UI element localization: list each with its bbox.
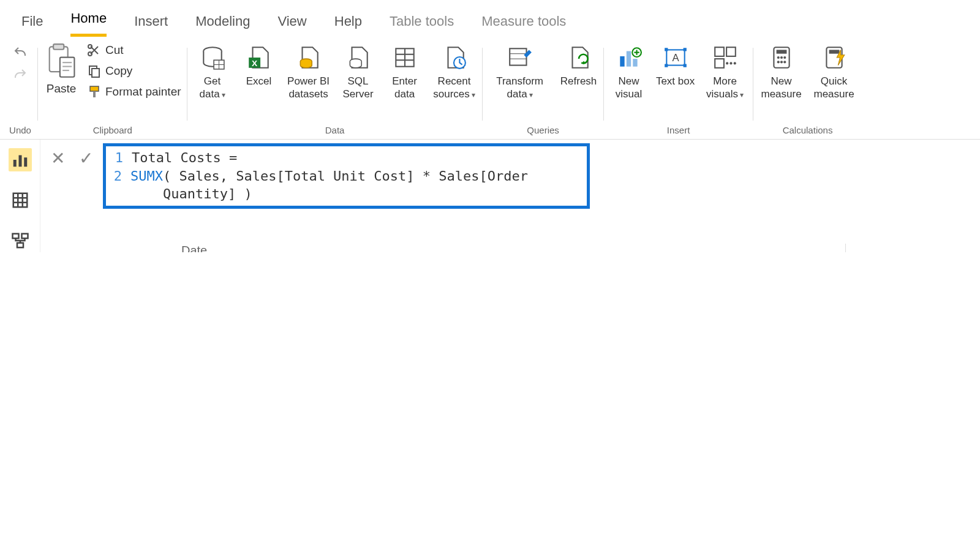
new-measure-button[interactable]: New measure xyxy=(757,42,806,103)
svg-point-46 xyxy=(777,56,779,59)
paste-icon xyxy=(45,43,77,80)
menu-home[interactable]: Home xyxy=(70,10,107,37)
svg-rect-45 xyxy=(776,50,786,53)
ribbon-group-undo: Undo xyxy=(2,42,38,139)
undo-button[interactable] xyxy=(13,42,28,64)
svg-rect-40 xyxy=(715,59,724,68)
svg-rect-64 xyxy=(17,243,23,248)
table-header-name[interactable]: Customer Names xyxy=(684,244,846,252)
format-painter-label: Format painter xyxy=(105,85,181,99)
model-view-button[interactable] xyxy=(9,229,32,252)
get-data-label: Get data xyxy=(200,75,221,100)
formula-bar: ✕ ✓ 1Total Costs = 2SUMX( Sales, Sales[T… xyxy=(47,143,974,209)
svg-rect-36 xyxy=(683,64,686,67)
enter-data-icon xyxy=(391,44,418,71)
paintbrush-icon xyxy=(87,84,102,99)
cut-button[interactable]: Cut xyxy=(85,42,184,59)
svg-rect-11 xyxy=(93,91,96,97)
enter-data-label: Enter data xyxy=(385,75,425,101)
slicer-title: Date xyxy=(181,244,469,252)
more-visuals-button[interactable]: More visuals▾ xyxy=(701,42,750,103)
ribbon-group-insert: New visual A Text box More visuals▾ Inse… xyxy=(604,42,753,139)
formula-editor[interactable]: 1Total Costs = 2SUMX( Sales, Sales[Total… xyxy=(103,143,590,209)
x-icon: ✕ xyxy=(51,149,65,168)
line-number: 2 xyxy=(110,167,122,203)
formula-keyword: SUMX xyxy=(130,167,163,203)
svg-rect-54 xyxy=(13,160,16,167)
paste-button[interactable]: Paste xyxy=(42,42,81,97)
undo-icon xyxy=(13,45,28,60)
ribbon-group-clipboard: Paste Cut Copy Format painter Clipboard xyxy=(38,42,187,139)
svg-point-42 xyxy=(726,62,728,64)
svg-point-47 xyxy=(780,56,782,59)
svg-point-49 xyxy=(777,61,779,63)
quick-measure-button[interactable]: Quick measure xyxy=(810,42,859,103)
menu-file[interactable]: File xyxy=(21,13,43,37)
svg-point-51 xyxy=(783,61,786,63)
svg-rect-63 xyxy=(21,234,28,239)
svg-point-41 xyxy=(729,62,732,64)
scissors-icon xyxy=(87,43,102,58)
database-icon xyxy=(199,44,226,71)
excel-label: Excel xyxy=(246,75,272,88)
svg-rect-10 xyxy=(90,86,99,91)
date-slicer[interactable]: Date 04/12/2017 23/04/2019 xyxy=(181,244,469,252)
recent-sources-button[interactable]: Recent sources▾ xyxy=(430,42,479,103)
formula-cancel-button[interactable]: ✕ xyxy=(47,143,69,209)
get-data-button[interactable]: Get data▾ xyxy=(191,42,234,103)
text-box-button[interactable]: A Text box xyxy=(654,42,697,90)
new-visual-button[interactable]: New visual xyxy=(608,42,650,103)
sql-server-button[interactable]: SQL Server xyxy=(337,42,380,103)
svg-rect-29 xyxy=(626,51,630,67)
svg-rect-56 xyxy=(24,157,27,167)
transform-data-label: Transform data xyxy=(496,75,543,100)
svg-rect-34 xyxy=(683,48,686,51)
recent-sources-label: Recent sources xyxy=(433,75,470,100)
textbox-icon: A xyxy=(662,44,689,71)
svg-rect-39 xyxy=(726,47,736,56)
ribbon-label-calc: Calculations xyxy=(783,122,833,139)
line-number: 1 xyxy=(110,149,123,167)
svg-rect-30 xyxy=(633,59,637,67)
sql-icon xyxy=(345,44,372,71)
data-view-button[interactable] xyxy=(9,189,32,212)
customer-revenue-table[interactable]: Customer Names Total Revenue Aaron Bradl… xyxy=(684,244,962,252)
format-painter-button[interactable]: Format painter xyxy=(85,83,184,100)
copy-button[interactable]: Copy xyxy=(85,62,184,80)
svg-text:A: A xyxy=(672,52,679,64)
formula-commit-button[interactable]: ✓ xyxy=(75,143,97,209)
menubar: File Home Insert Modeling View Help Tabl… xyxy=(0,0,980,37)
sql-server-label: SQL Server xyxy=(338,75,379,101)
chevron-down-icon: ▾ xyxy=(529,91,533,99)
ribbon-label-data: Data xyxy=(325,122,345,139)
model-view-icon xyxy=(11,231,29,250)
refresh-button[interactable]: Refresh xyxy=(557,42,600,90)
copy-label: Copy xyxy=(105,64,132,78)
svg-rect-25 xyxy=(510,48,526,65)
paste-label: Paste xyxy=(47,82,77,96)
svg-rect-33 xyxy=(665,48,668,51)
excel-button[interactable]: X Excel xyxy=(238,42,281,90)
menu-view[interactable]: View xyxy=(277,13,306,37)
table-header: Customer Names Total Revenue xyxy=(684,244,962,252)
chevron-down-icon: ▾ xyxy=(740,91,744,99)
menu-help[interactable]: Help xyxy=(334,13,362,37)
redo-icon xyxy=(13,67,28,82)
menu-insert[interactable]: Insert xyxy=(134,13,168,37)
enter-data-button[interactable]: Enter data xyxy=(383,42,426,103)
text-box-label: Text box xyxy=(656,75,695,88)
transform-data-button[interactable]: Transform data▾ xyxy=(486,42,554,103)
table-header-revenue[interactable]: Total Revenue xyxy=(846,244,962,252)
menu-modeling[interactable]: Modeling xyxy=(195,13,250,37)
redo-button[interactable] xyxy=(13,64,28,86)
refresh-icon xyxy=(565,44,592,71)
ribbon: Undo Paste Cut Copy Format painter xyxy=(0,37,980,140)
excel-icon: X xyxy=(246,44,273,71)
left-rail xyxy=(0,140,40,252)
ribbon-label-queries: Queries xyxy=(527,122,559,139)
pbi-datasets-button[interactable]: Power BI datasets xyxy=(284,42,333,103)
menu-measure-tools[interactable]: Measure tools xyxy=(481,13,566,37)
menu-table-tools[interactable]: Table tools xyxy=(390,13,454,37)
report-view-button[interactable] xyxy=(9,148,32,171)
svg-point-6 xyxy=(88,52,92,56)
